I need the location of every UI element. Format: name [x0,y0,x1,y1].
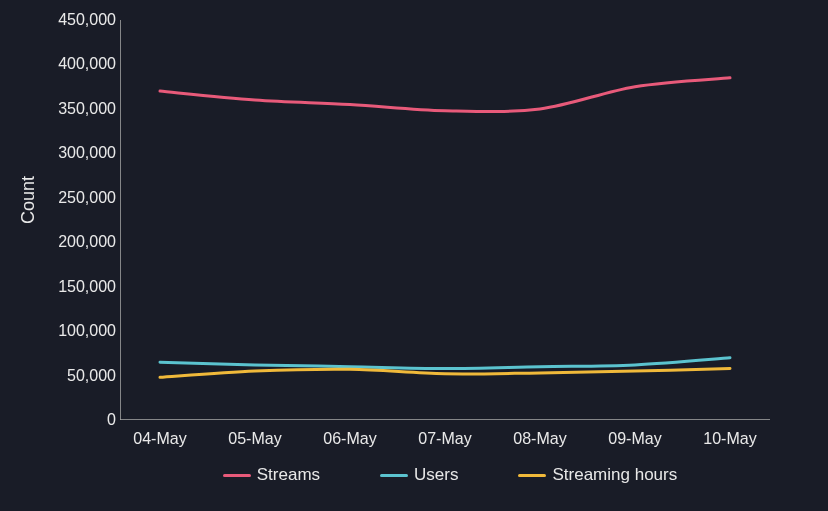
legend-item-users: Users [380,465,458,485]
x-tick-label: 04-May [133,430,186,448]
x-tick-label: 10-May [703,430,756,448]
legend-label: Users [414,465,458,485]
legend-item-streams: Streams [223,465,320,485]
x-tick-label: 06-May [323,430,376,448]
legend-swatch [518,474,546,477]
x-tick-label: 09-May [608,430,661,448]
legend-swatch [223,474,251,477]
legend-swatch [380,474,408,477]
x-tick-label: 08-May [513,430,566,448]
y-tick-label: 50,000 [36,367,116,385]
series-lines [160,78,730,378]
y-tick-label: 0 [36,411,116,429]
y-tick-label: 200,000 [36,233,116,251]
series-users [160,358,730,369]
y-tick-label: 300,000 [36,144,116,162]
legend-label: Streams [257,465,320,485]
x-tick-label: 05-May [228,430,281,448]
series-streams [160,78,730,112]
y-tick-label: 100,000 [36,322,116,340]
legend-label: Streaming hours [552,465,677,485]
y-tick-label: 150,000 [36,278,116,296]
y-tick-label: 400,000 [36,55,116,73]
legend-item-streaming-hours: Streaming hours [518,465,677,485]
legend: StreamsUsersStreaming hours [120,465,780,485]
y-tick-label: 250,000 [36,189,116,207]
axis-lines [120,20,770,420]
y-tick-label: 450,000 [36,11,116,29]
x-tick-label: 07-May [418,430,471,448]
line-chart: Count 050,000100,000150,000200,000250,00… [0,0,828,511]
y-tick-label: 350,000 [36,100,116,118]
plot-area [120,20,780,420]
